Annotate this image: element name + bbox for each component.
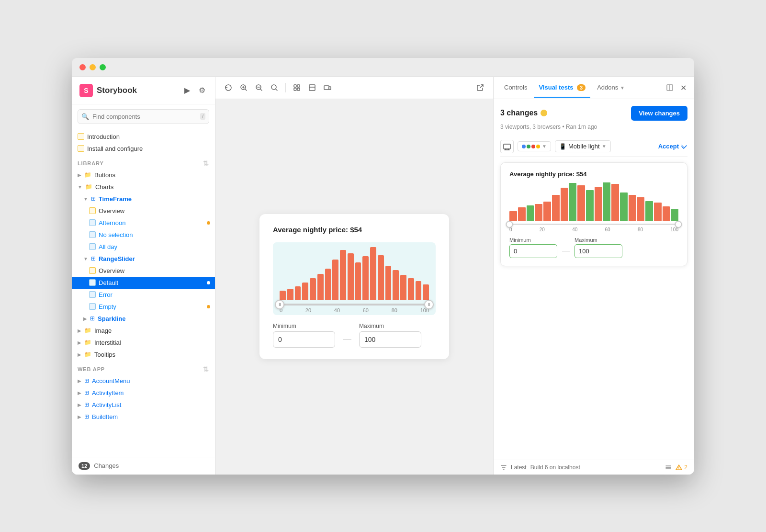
mini-chart-bar — [620, 192, 628, 221]
sidebar-header: S Storybook ▶ ⚙ — [72, 77, 215, 104]
sidebar-item-error[interactable]: Error — [72, 289, 215, 301]
viewport-icon[interactable] — [500, 140, 514, 153]
sidebar-item-sparkline[interactable]: ▶ ⊞ Sparkline — [72, 313, 215, 325]
sidebar-item-interstitial[interactable]: ▶ 📁 Interstitial — [72, 337, 215, 349]
mini-chart-bar — [645, 201, 653, 221]
warning-icon — [676, 464, 682, 471]
max-input[interactable] — [359, 331, 421, 348]
story-icon — [89, 231, 96, 238]
tab-addons[interactable]: Addons ▼ — [592, 78, 630, 98]
section-label: LIBRARY — [78, 160, 104, 166]
mini-min-input[interactable] — [509, 244, 557, 258]
sidebar-item-empty[interactable]: Empty — [72, 301, 215, 313]
view-changes-button[interactable]: View changes — [631, 106, 687, 121]
app-window: S Storybook ▶ ⚙ 🔍 / Introduction — [72, 58, 694, 475]
tab-controls[interactable]: Controls — [499, 78, 532, 98]
sidebar-item-introduction[interactable]: Introduction — [72, 131, 215, 143]
nav-label: All day — [99, 243, 117, 250]
sidebar-item-all-day[interactable]: All day — [72, 241, 215, 253]
chevron-right-icon: ▶ — [78, 172, 81, 178]
svg-point-12 — [679, 468, 680, 469]
mini-range-track — [509, 224, 678, 225]
search-input[interactable] — [78, 109, 209, 124]
mini-slider-handle-left[interactable] — [506, 221, 513, 228]
sidebar-item-timeframe-overview[interactable]: Overview — [72, 205, 215, 217]
refresh-button[interactable] — [222, 81, 235, 94]
chevron-down-icon: ▼ — [83, 196, 88, 202]
folder-icon: 📁 — [84, 171, 91, 178]
viewport-row: ▼ 📱 Mobile light ▼ Accept — [500, 137, 687, 157]
slider-handle-right[interactable]: ⏸ — [424, 300, 434, 309]
mini-max-input[interactable] — [574, 244, 622, 258]
sidebar-item-rangeslider[interactable]: ▼ ⊞ RangeSlider — [72, 253, 215, 265]
right-panel-body: 3 changes View changes 3 viewports, 3 br… — [494, 99, 694, 460]
chart-widget: Average nightly price: $54 ⏸ ⏸ 0 20 — [259, 214, 449, 359]
responsive-button[interactable] — [321, 81, 334, 94]
svg-rect-4 — [297, 85, 300, 87]
mini-slider-handle-right[interactable] — [675, 221, 682, 228]
maximize-button[interactable] — [100, 64, 106, 70]
warning-badge: 2 — [676, 464, 687, 471]
sidebar-item-rangeslider-overview[interactable]: Overview — [72, 265, 215, 277]
sidebar-item-image[interactable]: ▶ 📁 Image — [72, 325, 215, 337]
chart-bar — [287, 289, 293, 300]
svg-rect-7 — [309, 85, 315, 91]
slider-handle-left[interactable]: ⏸ — [275, 300, 284, 309]
play-button[interactable]: ▶ — [182, 84, 192, 97]
chart-bar — [348, 253, 354, 300]
browser-selector[interactable]: ▼ — [518, 141, 551, 151]
external-link-button[interactable] — [474, 81, 486, 94]
library-section-header: LIBRARY ⇅ — [72, 155, 215, 169]
center-panel: Average nightly price: $54 ⏸ ⏸ 0 20 — [215, 77, 493, 475]
panel-close-button[interactable]: ✕ — [678, 81, 688, 94]
sidebar-item-default[interactable]: Default — [72, 277, 215, 289]
zoom-reset-button[interactable] — [268, 81, 281, 94]
menu-icon[interactable] — [665, 464, 672, 471]
browser-dots — [522, 145, 540, 148]
settings-button[interactable]: ⚙ — [197, 84, 207, 97]
mini-chart-bar — [611, 184, 619, 220]
mini-max-label: Maximum — [574, 237, 622, 243]
close-button[interactable] — [79, 64, 86, 70]
right-panel-footer: Latest Build 6 on localhost 2 — [494, 460, 694, 475]
layout-button[interactable] — [306, 81, 318, 94]
sidebar-item-no-selection[interactable]: No selection — [72, 229, 215, 241]
tab-visual-tests[interactable]: Visual tests 3 — [534, 78, 590, 98]
sidebar-item-buttons[interactable]: ▶ 📁 Buttons — [72, 169, 215, 181]
sidebar-item-account-menu[interactable]: ▶ ⊞ AccountMenu — [72, 375, 215, 387]
panel-layout-button[interactable] — [664, 82, 676, 93]
chart-bar — [408, 278, 414, 300]
sidebar-item-activity-item[interactable]: ▶ ⊞ ActivityItem — [72, 387, 215, 399]
sidebar-item-activity-list[interactable]: ▶ ⊞ ActivityList — [72, 399, 215, 411]
nav-label: Buttons — [94, 171, 115, 179]
comp-icon: ⊞ — [84, 413, 89, 420]
min-input[interactable] — [273, 331, 335, 348]
comp-icon: ⊞ — [84, 401, 89, 408]
nav-label: Overview — [99, 207, 124, 215]
toolbar — [215, 77, 493, 99]
minimize-button[interactable] — [90, 64, 96, 70]
sidebar-item-build-item[interactable]: ▶ ⊞ BuildItem — [72, 411, 215, 423]
mobile-selector[interactable]: 📱 Mobile light ▼ — [555, 140, 611, 152]
chevron-right-icon: ▶ — [78, 402, 81, 407]
folder-icon: 📁 — [84, 339, 91, 346]
sidebar-item-timeframe[interactable]: ▼ ⊞ TimeFrame — [72, 193, 215, 205]
zoom-out-button[interactable] — [253, 81, 265, 94]
chevron-right-icon: ▶ — [78, 352, 81, 357]
chevron-right-icon: ▶ — [78, 328, 81, 333]
sidebar-item-charts[interactable]: ▼ 📁 Charts — [72, 181, 215, 193]
comp-icon: ⊞ — [90, 315, 95, 322]
sidebar-item-afternoon[interactable]: Afternoon — [72, 217, 215, 229]
axis-labels: 0 20 40 60 80 100 — [273, 306, 436, 315]
search-bar[interactable]: 🔍 / — [78, 109, 209, 124]
sort-icon[interactable]: ⇅ — [203, 159, 209, 167]
nav-label: Empty — [99, 303, 116, 310]
sort-icon[interactable]: ⇅ — [203, 365, 209, 373]
sidebar-item-tooltips[interactable]: ▶ 📁 Tooltips — [72, 349, 215, 361]
sidebar-item-install[interactable]: Install and configure — [72, 143, 215, 155]
zoom-in-button[interactable] — [237, 81, 250, 94]
nav-label: TimeFrame — [99, 195, 132, 203]
chart-bar — [378, 255, 384, 300]
grid-toggle-button[interactable] — [291, 81, 303, 94]
accept-button[interactable]: Accept — [658, 143, 687, 150]
